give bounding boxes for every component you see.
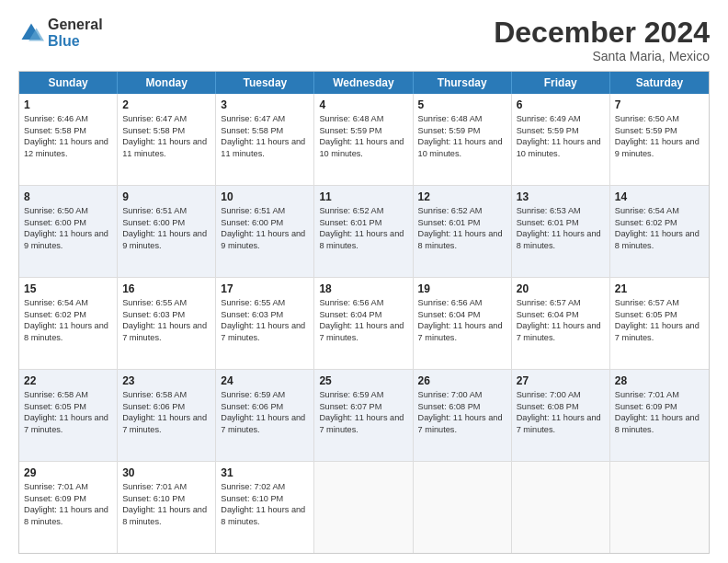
day-number: 30 — [122, 465, 210, 480]
sunset-text: Sunset: 5:59 PM — [615, 125, 704, 136]
daylight-text: Daylight: 11 hours and 7 minutes. — [418, 320, 506, 343]
cal-week-5: 29Sunrise: 7:01 AMSunset: 6:09 PMDayligh… — [19, 462, 709, 553]
cal-cell-day-31: 31Sunrise: 7:02 AMSunset: 6:10 PMDayligh… — [216, 462, 314, 553]
sunrise-text: Sunrise: 6:52 AM — [319, 205, 407, 216]
cal-cell-day-24: 24Sunrise: 6:59 AMSunset: 6:06 PMDayligh… — [216, 370, 314, 461]
sunset-text: Sunset: 6:04 PM — [319, 309, 407, 320]
sunrise-text: Sunrise: 6:46 AM — [24, 113, 112, 124]
sunrise-text: Sunrise: 6:54 AM — [24, 297, 112, 308]
daylight-text: Daylight: 11 hours and 7 minutes. — [615, 320, 704, 343]
calendar-body: 1Sunrise: 6:46 AMSunset: 5:58 PMDaylight… — [19, 94, 709, 553]
cal-header-thursday: Thursday — [414, 72, 512, 94]
sunset-text: Sunset: 6:01 PM — [418, 217, 506, 228]
sunset-text: Sunset: 6:02 PM — [24, 309, 112, 320]
cal-cell-empty — [314, 462, 413, 553]
sunrise-text: Sunrise: 6:59 AM — [221, 389, 309, 400]
sunset-text: Sunset: 6:08 PM — [418, 401, 506, 412]
logo: General Blue — [18, 17, 103, 49]
daylight-text: Daylight: 11 hours and 9 minutes. — [122, 228, 210, 251]
daylight-text: Daylight: 11 hours and 8 minutes. — [418, 228, 506, 251]
cal-cell-day-25: 25Sunrise: 6:59 AMSunset: 6:07 PMDayligh… — [314, 370, 413, 461]
sunrise-text: Sunrise: 7:01 AM — [615, 389, 704, 400]
sunset-text: Sunset: 6:09 PM — [24, 493, 112, 504]
sunset-text: Sunset: 6:10 PM — [221, 493, 309, 504]
logo-text: General Blue — [48, 17, 103, 49]
sunset-text: Sunset: 6:03 PM — [122, 309, 210, 320]
daylight-text: Daylight: 11 hours and 8 minutes. — [517, 228, 605, 251]
daylight-text: Daylight: 11 hours and 7 minutes. — [122, 320, 210, 343]
cal-week-4: 22Sunrise: 6:58 AMSunset: 6:05 PMDayligh… — [19, 370, 709, 462]
day-number: 25 — [319, 373, 407, 388]
sunset-text: Sunset: 6:05 PM — [615, 309, 704, 320]
logo-general: General — [48, 17, 103, 33]
sunrise-text: Sunrise: 6:54 AM — [615, 205, 704, 216]
sunrise-text: Sunrise: 6:58 AM — [24, 389, 112, 400]
cal-header-tuesday: Tuesday — [216, 72, 314, 94]
sunset-text: Sunset: 6:01 PM — [517, 217, 605, 228]
daylight-text: Daylight: 11 hours and 8 minutes. — [615, 228, 704, 251]
sunrise-text: Sunrise: 6:56 AM — [418, 297, 506, 308]
cal-cell-day-6: 6Sunrise: 6:49 AMSunset: 5:59 PMDaylight… — [512, 94, 610, 185]
sunrise-text: Sunrise: 6:52 AM — [418, 205, 506, 216]
daylight-text: Daylight: 11 hours and 11 minutes. — [122, 136, 210, 159]
cal-cell-day-13: 13Sunrise: 6:53 AMSunset: 6:01 PMDayligh… — [512, 186, 610, 277]
cal-cell-day-26: 26Sunrise: 7:00 AMSunset: 6:08 PMDayligh… — [414, 370, 512, 461]
cal-week-1: 1Sunrise: 6:46 AMSunset: 5:58 PMDaylight… — [19, 94, 709, 186]
daylight-text: Daylight: 11 hours and 8 minutes. — [24, 320, 112, 343]
cal-week-2: 8Sunrise: 6:50 AMSunset: 6:00 PMDaylight… — [19, 186, 709, 278]
cal-cell-day-8: 8Sunrise: 6:50 AMSunset: 6:00 PMDaylight… — [19, 186, 118, 277]
cal-cell-day-19: 19Sunrise: 6:56 AMSunset: 6:04 PMDayligh… — [414, 278, 512, 369]
sunset-text: Sunset: 6:04 PM — [517, 309, 605, 320]
cal-cell-day-18: 18Sunrise: 6:56 AMSunset: 6:04 PMDayligh… — [314, 278, 413, 369]
sunset-text: Sunset: 6:04 PM — [418, 309, 506, 320]
sunrise-text: Sunrise: 7:02 AM — [221, 481, 309, 492]
sunrise-text: Sunrise: 7:00 AM — [418, 389, 506, 400]
daylight-text: Daylight: 11 hours and 9 minutes. — [24, 228, 112, 251]
sunset-text: Sunset: 5:58 PM — [221, 125, 309, 136]
cal-cell-day-28: 28Sunrise: 7:01 AMSunset: 6:09 PMDayligh… — [610, 370, 709, 461]
sunrise-text: Sunrise: 7:01 AM — [122, 481, 210, 492]
day-number: 4 — [319, 98, 407, 112]
sunset-text: Sunset: 5:59 PM — [517, 125, 605, 136]
daylight-text: Daylight: 11 hours and 11 minutes. — [221, 136, 309, 159]
daylight-text: Daylight: 11 hours and 8 minutes. — [319, 228, 407, 251]
cal-cell-day-10: 10Sunrise: 6:51 AMSunset: 6:00 PMDayligh… — [216, 186, 314, 277]
sunset-text: Sunset: 5:58 PM — [122, 125, 210, 136]
sunset-text: Sunset: 6:08 PM — [517, 401, 605, 412]
header: General Blue December 2024 Santa Maria, … — [18, 17, 710, 63]
daylight-text: Daylight: 11 hours and 7 minutes. — [319, 320, 407, 343]
sunrise-text: Sunrise: 6:51 AM — [221, 205, 309, 216]
sunset-text: Sunset: 5:58 PM — [24, 125, 112, 136]
cal-week-3: 15Sunrise: 6:54 AMSunset: 6:02 PMDayligh… — [19, 278, 709, 370]
sunset-text: Sunset: 5:59 PM — [418, 125, 506, 136]
daylight-text: Daylight: 11 hours and 9 minutes. — [221, 228, 309, 251]
sunset-text: Sunset: 6:06 PM — [221, 401, 309, 412]
sunset-text: Sunset: 6:03 PM — [221, 309, 309, 320]
sunrise-text: Sunrise: 7:00 AM — [517, 389, 605, 400]
day-number: 11 — [319, 190, 407, 204]
sunset-text: Sunset: 6:00 PM — [24, 217, 112, 228]
day-number: 27 — [517, 373, 605, 388]
day-number: 15 — [24, 282, 112, 296]
sunset-text: Sunset: 6:02 PM — [615, 217, 704, 228]
day-number: 18 — [319, 282, 407, 296]
daylight-text: Daylight: 11 hours and 8 minutes. — [221, 504, 309, 527]
sunset-text: Sunset: 6:10 PM — [122, 493, 210, 504]
cal-cell-day-15: 15Sunrise: 6:54 AMSunset: 6:02 PMDayligh… — [19, 278, 118, 369]
day-number: 26 — [418, 373, 506, 388]
sunset-text: Sunset: 5:59 PM — [319, 125, 407, 136]
day-number: 22 — [24, 373, 112, 388]
cal-cell-day-1: 1Sunrise: 6:46 AMSunset: 5:58 PMDaylight… — [19, 94, 118, 185]
day-number: 3 — [221, 98, 309, 112]
logo-blue: Blue — [48, 33, 103, 50]
cal-cell-day-17: 17Sunrise: 6:55 AMSunset: 6:03 PMDayligh… — [216, 278, 314, 369]
daylight-text: Daylight: 11 hours and 7 minutes. — [319, 412, 407, 435]
sunrise-text: Sunrise: 6:59 AM — [319, 389, 407, 400]
title-block: December 2024 Santa Maria, Mexico — [494, 17, 710, 63]
sunset-text: Sunset: 6:01 PM — [319, 217, 407, 228]
sunrise-text: Sunrise: 6:57 AM — [615, 297, 704, 308]
cal-cell-day-30: 30Sunrise: 7:01 AMSunset: 6:10 PMDayligh… — [118, 462, 216, 553]
daylight-text: Daylight: 11 hours and 7 minutes. — [24, 412, 112, 435]
day-number: 24 — [221, 373, 309, 388]
calendar: SundayMondayTuesdayWednesdayThursdayFrid… — [18, 71, 710, 554]
